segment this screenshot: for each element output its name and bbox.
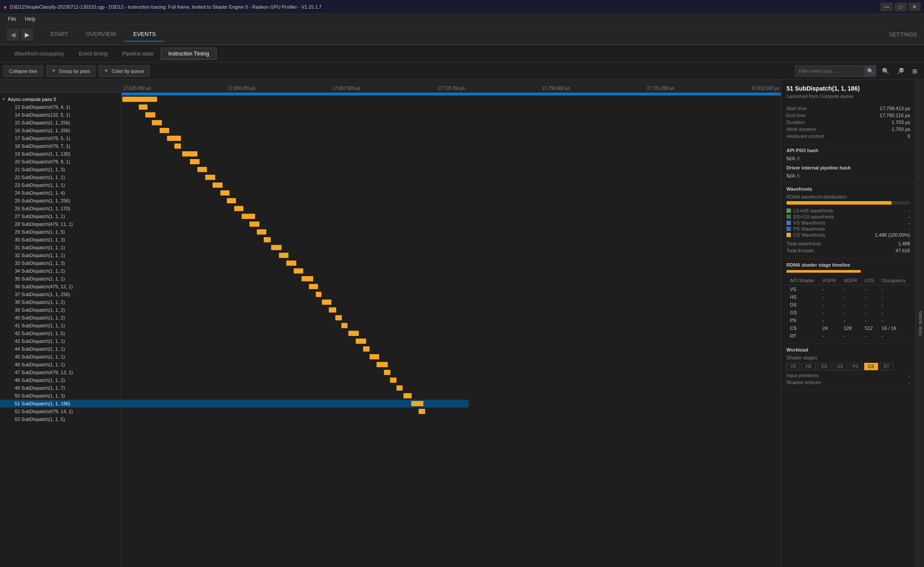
tree-item[interactable]: 23 SubDispatch(1, 1, 1): [0, 181, 121, 189]
timeline-row[interactable]: 1.970 μs: [121, 158, 469, 166]
timeline-row[interactable]: 1.366 μs: [121, 368, 469, 376]
tree-item[interactable]: 15 SubDispatch(1, 1, 256): [0, 119, 121, 127]
timeline-row[interactable]: 2.014 μs: [121, 119, 469, 127]
timeline-row[interactable]: 2.353 μs: [121, 275, 469, 283]
timeline-row[interactable]: 3.105 μs: [121, 150, 469, 158]
tab-overview[interactable]: OVERVIEW: [77, 27, 125, 42]
timeline-row[interactable]: [121, 415, 469, 423]
stage-pill[interactable]: HS: [802, 363, 816, 370]
timeline-row[interactable]: 2.298 μs: [121, 361, 469, 368]
menu-file[interactable]: File: [3, 15, 20, 23]
tab-event-timing[interactable]: Event timing: [72, 48, 115, 60]
tree-item[interactable]: 47 SubDispatch(479, 13, 1): [0, 368, 121, 376]
timeline-row[interactable]: 1.300 μs: [121, 142, 469, 150]
tree-item[interactable]: 35 SubDispatch(1, 1, 1): [0, 275, 121, 283]
chart-area[interactable]: 7.196 μs1.758 μs2.036 μs2.014 μs1.995 μs…: [121, 95, 781, 567]
timeline-row[interactable]: 2.001 μs: [121, 220, 469, 228]
tree-item[interactable]: 43 SubDispatch(1, 1, 1): [0, 337, 121, 345]
timeline-row[interactable]: 1.903 μs: [121, 353, 469, 361]
timeline-row[interactable]: 1.314 μs: [121, 407, 469, 415]
timeline-row[interactable]: 1.857 μs: [121, 205, 469, 212]
timeline-row[interactable]: 2.446 μs: [121, 400, 469, 407]
timeline-row[interactable]: 2.047 μs: [121, 173, 469, 181]
hide-details-panel[interactable]: Hide details: [915, 80, 924, 567]
tree-item[interactable]: 19 SubDispatch(1, 1, 130): [0, 150, 121, 158]
close-button[interactable]: ✕: [908, 3, 921, 11]
tree-item[interactable]: 20 SubDispatch(479, 9, 1): [0, 158, 121, 166]
tree-item[interactable]: 17 SubDispatch(479, 5, 1): [0, 134, 121, 142]
tree-item[interactable]: 39 SubDispatch(1, 1, 2): [0, 306, 121, 314]
tree-item[interactable]: 26 SubDispatch(1, 1, 170): [0, 205, 121, 212]
stage-pill[interactable]: DS: [817, 363, 831, 370]
tree-item[interactable]: 27 SubDispatch(1, 1, 1): [0, 212, 121, 220]
tree-item[interactable]: 28 SubDispatch(479, 11, 1): [0, 220, 121, 228]
timeline-row[interactable]: 2.117 μs: [121, 337, 469, 345]
tree-item[interactable]: 14 SubDispatch(132, 5, 1): [0, 111, 121, 119]
timeline-row[interactable]: 1.449 μs: [121, 236, 469, 244]
timeline-row[interactable]: 1.137 μs: [121, 290, 469, 298]
stage-pill[interactable]: VS: [786, 363, 800, 370]
zoom-out-button[interactable]: 🔎: [895, 65, 906, 77]
timeline-row[interactable]: 2.087 μs: [121, 244, 469, 251]
timeline-row[interactable]: 1.866 μs: [121, 197, 469, 205]
tab-wavefront-occupancy[interactable]: Wavefront occupancy: [7, 48, 72, 60]
timeline-row[interactable]: 7.196 μs: [121, 95, 469, 103]
collapse-tree-button[interactable]: Collapse tree: [3, 65, 43, 77]
timeline-row[interactable]: 2.743 μs: [121, 212, 469, 220]
tree-item[interactable]: 25 SubDispatch(1, 1, 256): [0, 197, 121, 205]
timeline-row[interactable]: 1.338 μs: [121, 376, 469, 384]
tree-item[interactable]: 45 SubDispatch(1, 1, 1): [0, 353, 121, 361]
timeline-row[interactable]: 1.954 μs: [121, 166, 469, 173]
copy-driver-hash-icon[interactable]: ⎘: [797, 173, 800, 179]
tree-item[interactable]: 13 SubDispatch(479, 4, 1): [0, 103, 121, 111]
tree-item[interactable]: 21 SubDispatch(1, 1, 3): [0, 166, 121, 173]
tree-item[interactable]: 42 SubDispatch(1, 1, 5): [0, 329, 121, 337]
nav-settings[interactable]: SETTINGS: [889, 31, 917, 38]
timeline-row[interactable]: 1.355 μs: [121, 345, 469, 353]
tree-item[interactable]: 33 SubDispatch(1, 1, 3): [0, 259, 121, 267]
timeline-row[interactable]: 1.965 μs: [121, 267, 469, 275]
tree-item[interactable]: 29 SubDispatch(1, 1, 5): [0, 228, 121, 236]
timeline-row[interactable]: 2.036 μs: [121, 111, 469, 119]
tab-events[interactable]: EVENTS: [125, 27, 164, 42]
tree-item[interactable]: 38 SubDispatch(1, 1, 2): [0, 298, 121, 306]
stage-pill[interactable]: RT: [880, 363, 893, 370]
timeline-row[interactable]: 1.955 μs: [121, 251, 469, 259]
zoom-in-button[interactable]: 🔍: [880, 65, 891, 77]
tree-item[interactable]: 53 SubDispatch(1, 1, 5): [0, 415, 121, 423]
timeline-row[interactable]: 1.263 μs: [121, 384, 469, 392]
timeline-row[interactable]: 1.464 μs: [121, 306, 469, 314]
tree-item[interactable]: 49 SubDispatch(1, 1, 7): [0, 384, 121, 392]
timeline-row[interactable]: 1.820 μs: [121, 189, 469, 197]
timeline-row[interactable]: 2.022 μs: [121, 181, 469, 189]
tree-item[interactable]: 41 SubDispatch(1, 1, 1): [0, 322, 121, 329]
maximize-button[interactable]: □: [895, 3, 907, 11]
tree-item[interactable]: 50 SubDispatch(1, 1, 3): [0, 392, 121, 400]
timeline-row[interactable]: 1.921 μs: [121, 298, 469, 306]
tab-instruction-timing[interactable]: Instruction Timing: [161, 48, 216, 60]
tree-item[interactable]: 40 SubDispatch(1, 1, 2): [0, 314, 121, 322]
color-by-queue-button[interactable]: Color by queue: [99, 65, 150, 77]
tab-start[interactable]: START: [42, 27, 77, 42]
timeline-row[interactable]: 1.825 μs: [121, 283, 469, 290]
tree-item[interactable]: 32 SubDispatch(1, 1, 1): [0, 251, 121, 259]
search-button[interactable]: 🔍: [865, 66, 876, 76]
timeline-row[interactable]: 1.347 μs: [121, 314, 469, 322]
event-tree[interactable]: ▼Async-compute pass 013 SubDispatch(479,…: [0, 95, 121, 567]
tree-item[interactable]: 31 SubDispatch(1, 1, 1): [0, 244, 121, 251]
timeline-row[interactable]: 1.216 μs: [121, 322, 469, 329]
copy-api-pso-icon[interactable]: ⎘: [797, 156, 800, 162]
timeline-row[interactable]: 2.075 μs: [121, 329, 469, 337]
tree-item[interactable]: 24 SubDispatch(1, 1, 4): [0, 189, 121, 197]
timeline-row[interactable]: 1.995 μs: [121, 127, 469, 134]
menu-help[interactable]: Help: [20, 15, 40, 23]
tree-item[interactable]: 46 SubDispatch(1, 1, 1): [0, 361, 121, 368]
nav-forward-button[interactable]: ▶: [21, 29, 33, 41]
group-by-pass-button[interactable]: Group by pass: [46, 65, 96, 77]
tree-item[interactable]: 37 SubDispatch(1, 1, 256): [0, 290, 121, 298]
tab-pipeline-state[interactable]: Pipeline state: [115, 48, 161, 60]
tree-item[interactable]: 16 SubDispatch(1, 1, 256): [0, 127, 121, 134]
tree-item[interactable]: 51 SubDispatch(1, 1, 186): [0, 400, 121, 407]
tree-item[interactable]: 18 SubDispatch(479, 7, 1): [0, 142, 121, 150]
tree-item[interactable]: 30 SubDispatch(1, 1, 3): [0, 236, 121, 244]
